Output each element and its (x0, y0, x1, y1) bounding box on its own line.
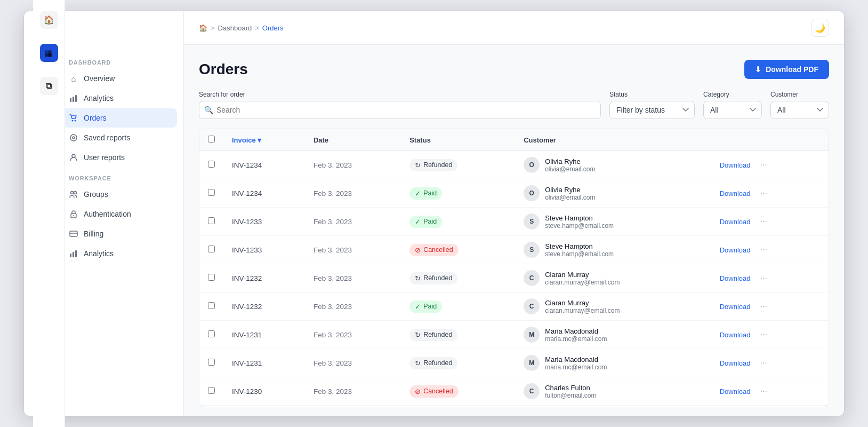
orders-table-wrap: Invoice ▾ Date Status Customer INV-1234 … (199, 129, 829, 407)
svg-rect-14 (70, 254, 71, 257)
more-options-button[interactable]: ··· (757, 159, 770, 171)
download-link[interactable]: Download (720, 218, 751, 226)
status-select[interactable]: Filter by status Paid Refunded Cancelled (609, 101, 695, 119)
customer-name: Ciaran Murray (545, 299, 620, 307)
status-badge: ↻Refunded (409, 159, 457, 171)
avatar: O (524, 185, 540, 201)
row-checkbox[interactable] (208, 359, 215, 366)
row-checkbox[interactable] (208, 217, 215, 224)
avatar: C (524, 270, 540, 286)
download-link[interactable]: Download (720, 388, 751, 396)
more-options-button[interactable]: ··· (757, 357, 770, 369)
more-options-button[interactable]: ··· (757, 216, 770, 227)
more-options-button[interactable]: ··· (757, 301, 770, 312)
breadcrumb-home-icon[interactable]: 🏠 (199, 24, 207, 32)
sidebar-item-overview[interactable]: Overview (62, 69, 177, 88)
td-actions: Download ··· (711, 406, 829, 408)
customer-filter-group: Customer All (770, 91, 829, 119)
sidebar-item-groups-label: Groups (84, 190, 108, 199)
invoice-sort-label[interactable]: Invoice ▾ (232, 136, 261, 144)
sidebar-item-analytics[interactable]: Analytics (62, 89, 177, 108)
download-link[interactable]: Download (720, 161, 751, 169)
td-invoice: INV-1231 (223, 321, 305, 349)
download-link[interactable]: Download (720, 331, 751, 339)
customer-cell: C Ciaran Murray ciaran.murray@email.com (524, 270, 703, 286)
row-checkbox[interactable] (208, 161, 215, 168)
svg-point-8 (71, 192, 74, 194)
actions-wrap: Download ··· (720, 244, 820, 256)
td-checkbox (199, 151, 223, 179)
customer-info: Ciaran Murray ciaran.murray@email.com (545, 271, 620, 286)
td-checkbox (199, 179, 223, 208)
table-header-row: Invoice ▾ Date Status Customer (199, 129, 829, 151)
row-checkbox[interactable] (208, 387, 215, 394)
sidebar-item-user-reports[interactable]: User reports (62, 148, 177, 167)
orders-table: Invoice ▾ Date Status Customer INV-1234 … (199, 129, 829, 407)
th-date: Date (305, 129, 401, 151)
th-actions (711, 129, 829, 151)
customer-cell: C Ciaran Murray ciaran.murray@email.com (524, 298, 703, 314)
customer-email: ciaran.murray@email.com (545, 279, 620, 286)
sidebar-item-ws-analytics[interactable]: Analytics (62, 244, 177, 263)
status-badge: ↻Refunded (409, 272, 457, 284)
nav-icon-analytics[interactable]: ▦ (40, 44, 58, 62)
td-status: ⊘Cancelled (401, 236, 515, 264)
avatar: M (524, 327, 540, 343)
sidebar-item-orders[interactable]: Orders (62, 108, 177, 128)
sidebar-nav: DASHBOARD Overview Analytics Orders (56, 52, 183, 416)
sidebar-item-authentication[interactable]: Authentication (62, 204, 177, 224)
download-link[interactable]: Download (720, 246, 751, 254)
customer-name: Olivia Ryhe (545, 157, 595, 165)
td-invoice: INV-1232 (223, 264, 305, 292)
download-pdf-button[interactable]: ⬇ Download PDF (744, 60, 829, 79)
more-options-button[interactable]: ··· (757, 187, 770, 199)
nav-icon-copy[interactable]: ⧉ (40, 77, 58, 95)
download-link[interactable]: Download (720, 274, 751, 282)
td-customer: C Ciaran Murray ciaran.murray@email.com (515, 264, 711, 292)
td-actions: Download ··· (711, 236, 829, 264)
row-checkbox[interactable] (208, 189, 215, 196)
breadcrumb-dashboard-link[interactable]: Dashboard (218, 24, 252, 32)
select-all-checkbox[interactable] (208, 136, 215, 143)
sidebar-item-billing[interactable]: Billing (62, 224, 177, 243)
dark-mode-toggle[interactable]: 🌙 (811, 19, 829, 37)
sidebar-item-auth-label: Authentication (84, 210, 131, 218)
td-date: Feb 3, 2023 (305, 208, 401, 236)
row-checkbox[interactable] (208, 330, 215, 337)
more-options-button[interactable]: ··· (757, 272, 770, 284)
more-options-button[interactable]: ··· (757, 385, 770, 397)
customer-email: fulton@email.com (545, 392, 596, 399)
customer-name: Steve Hampton (545, 214, 614, 222)
td-invoice: INV-1230 (223, 377, 305, 406)
download-link[interactable]: Download (720, 189, 751, 197)
search-input[interactable] (199, 101, 601, 119)
sidebar-item-groups[interactable]: Groups (62, 185, 177, 204)
sidebar-item-saved-reports[interactable]: Saved reports (62, 128, 177, 147)
row-checkbox[interactable] (208, 274, 215, 281)
table-row: INV-1232 Feb 3, 2023 ✓Paid C Ciaran Murr… (199, 292, 829, 321)
status-badge: ↻Refunded (409, 329, 457, 341)
more-options-button[interactable]: ··· (757, 244, 770, 256)
content-area: Orders ⬇ Download PDF Search for order 🔍… (184, 45, 844, 416)
customer-cell: O Olivia Ryhe olivia@email.com (524, 157, 703, 173)
more-options-button[interactable]: ··· (757, 329, 770, 341)
td-status: ↻Refunded (401, 321, 515, 349)
home-icon (69, 74, 78, 83)
analytics-icon (69, 93, 78, 103)
breadcrumb-sep1: > (211, 24, 215, 32)
customer-select[interactable]: All (770, 101, 829, 119)
row-checkbox[interactable] (208, 302, 215, 309)
download-link[interactable]: Download (720, 359, 751, 367)
td-checkbox (199, 264, 223, 292)
td-customer: C Ciaran Murray ciaran.murray@email.com (515, 292, 711, 321)
category-select[interactable]: All (703, 101, 762, 119)
dashboard-section-label: DASHBOARD (62, 52, 177, 69)
th-invoice[interactable]: Invoice ▾ (223, 129, 305, 151)
nav-icon-home[interactable]: 🏠 (40, 11, 58, 29)
search-filter-group: Search for order 🔍 (199, 91, 601, 119)
svg-rect-1 (73, 97, 74, 102)
table-row: INV-1232 Feb 3, 2023 ↻Refunded C Ciaran … (199, 264, 829, 292)
workspace-section-label: WORKSPACE (62, 168, 177, 185)
download-link[interactable]: Download (720, 303, 751, 311)
row-checkbox[interactable] (208, 246, 215, 252)
